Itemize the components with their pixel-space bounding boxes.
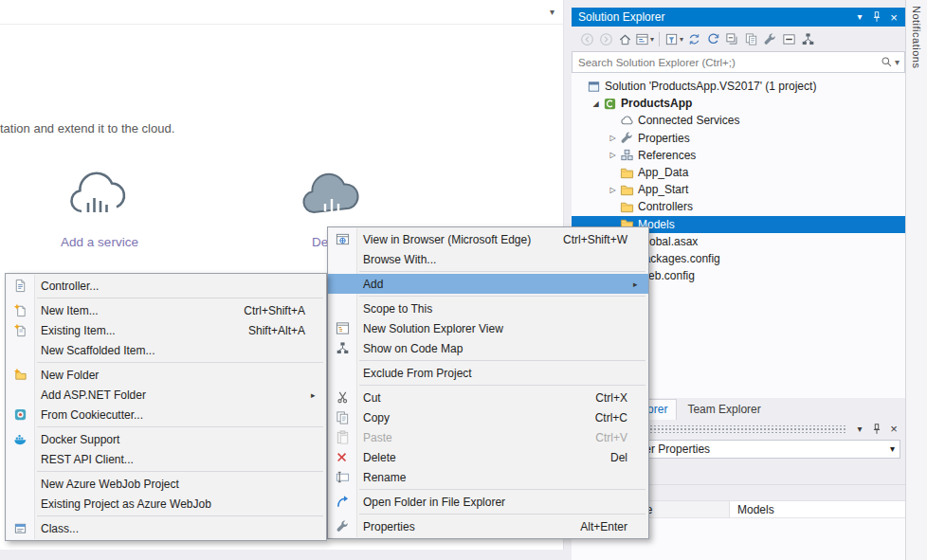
toolbar-sync[interactable]: ▾ (684, 29, 703, 48)
solution-explorer-titlebar: Solution Explorer ▾× (572, 8, 905, 27)
notifications-strip[interactable]: Notifications (905, 0, 927, 560)
menu-item-show-on-code-map[interactable]: Show on Code Map ▸ (328, 338, 648, 358)
props-caption-button-pin[interactable] (868, 422, 885, 437)
submenu-item-class[interactable]: Class... ▸ (6, 518, 326, 538)
submenu-item-controller[interactable]: Controller... ▸ (6, 276, 326, 296)
delete-icon (336, 451, 349, 464)
tree-item-references[interactable]: ▷ References (572, 147, 905, 164)
menu-separator (359, 489, 645, 490)
submenu-item-from-cookiecutter[interactable]: From Cookiecutter... ▸ (6, 405, 326, 425)
cloud-service-icon (33, 171, 166, 224)
combo-dropdown-icon[interactable]: ▾ (890, 444, 895, 454)
folder-icon (619, 165, 634, 180)
submenu-item-new-item[interactable]: New Item... Ctrl+Shift+A ▸ (6, 300, 326, 320)
props-caption-button-close[interactable]: × (885, 422, 902, 437)
rename-icon (336, 470, 350, 484)
pin-icon (870, 423, 883, 436)
references-icon (619, 148, 634, 163)
wrench-icon (619, 131, 634, 146)
folder-icon (619, 199, 634, 214)
toolbar-nav-forward[interactable]: ▾ (596, 29, 615, 48)
se-caption-button-close[interactable]: × (885, 9, 902, 25)
toolbar-collapse-all[interactable]: ▾ (722, 29, 741, 48)
menu-item-paste[interactable]: Paste Ctrl+V ▸ (328, 427, 648, 447)
document-toolbar: ▾ (0, 0, 564, 25)
notifications-label[interactable]: Notifications (911, 6, 922, 560)
submenu-item-new-scaffolded-item[interactable]: New Scaffolded Item... ▸ (6, 340, 326, 360)
add-service-action[interactable]: Add a service (33, 171, 166, 249)
project-icon (602, 96, 617, 111)
menu-item-cut[interactable]: Cut Ctrl+X ▸ (328, 388, 648, 407)
search-dropdown-icon[interactable]: ▾ (895, 58, 900, 67)
menu-separator (37, 362, 323, 363)
toolbar-filter[interactable]: ▾ (663, 29, 684, 48)
search-icon[interactable] (881, 56, 893, 68)
wrench-icon (336, 519, 350, 533)
submenu-item-existing-item[interactable]: Existing Item... Shift+Alt+A ▸ (6, 320, 326, 340)
menu-item-properties[interactable]: Properties Alt+Enter ▸ (328, 516, 648, 536)
menu-item-view-in-browser-microsoft-edge[interactable]: View in Browser (Microsoft Edge) Ctrl+Sh… (328, 229, 648, 249)
toolbar-show-all-files[interactable]: ▾ (741, 29, 760, 48)
chevron-down-icon: ▾ (857, 425, 862, 434)
add-service-label[interactable]: Add a service (33, 235, 166, 249)
new-folder-icon (13, 368, 27, 382)
collapsed-arrow-icon[interactable]: ▷ (607, 186, 619, 194)
pin-icon (870, 10, 883, 24)
toolbar-home[interactable]: ▾ (615, 29, 634, 48)
docker-icon (13, 432, 27, 446)
menu-item-exclude-from-project[interactable]: Exclude From Project ▸ (328, 363, 648, 383)
collapsed-arrow-icon[interactable]: ▷ (607, 151, 619, 159)
chevron-down-icon: ▾ (857, 12, 862, 22)
tree-item-productsapp[interactable]: ◢ ProductsApp (572, 95, 905, 112)
se-caption-button-chevron-down[interactable]: ▾ (851, 9, 868, 25)
solution-icon (586, 79, 601, 94)
toolbar-code-map[interactable]: ▾ (798, 29, 817, 48)
menu-item-scope-to-this[interactable]: Scope to This ▸ (328, 298, 648, 318)
show-all-files-icon (744, 32, 758, 46)
tab-team-explorer[interactable]: Team Explorer (679, 400, 769, 420)
menu-item-open-folder-in-file-explorer[interactable]: Open Folder in File Explorer ▸ (328, 492, 648, 512)
toolbar-switch-views[interactable]: ▾ (634, 29, 655, 48)
close-icon: × (890, 11, 898, 24)
tree-item-app-data[interactable]: App_Data (572, 164, 905, 181)
submenu-arrow-icon: ▸ (311, 390, 326, 400)
tree-item-properties[interactable]: ▷ Properties (572, 130, 905, 147)
vs-window: { "colors": {"accent": "#007acc", "selec… (0, 0, 927, 560)
menu-separator (37, 471, 323, 472)
toolbar-preview[interactable]: ▾ (779, 29, 798, 48)
menu-separator (359, 385, 645, 386)
search-input[interactable] (573, 57, 881, 68)
submenu-item-docker-support[interactable]: Docker Support ▸ (6, 429, 326, 449)
add-submenu: Controller... ▸ New Item... Ctrl+Shift+A… (5, 273, 327, 541)
collapsed-arrow-icon[interactable]: ▷ (607, 134, 619, 142)
tree-item-solution-productsapp-vs2017-1-project[interactable]: Solution 'ProductsApp.VS2017' (1 project… (572, 78, 905, 95)
menu-item-add[interactable]: Add ▸ (328, 274, 648, 294)
submenu-item-existing-project-as-azure-webjob[interactable]: Existing Project as Azure WebJob ▸ (6, 494, 326, 514)
menu-item-browse-with[interactable]: Browse With... ▸ (328, 249, 648, 269)
menu-separator (37, 298, 323, 298)
submenu-item-add-asp-net-folder[interactable]: Add ASP.NET Folder ▸ (6, 385, 326, 405)
toolbar-nav-back[interactable]: ▾ (577, 29, 596, 48)
tree-item-controllers[interactable]: Controllers (572, 198, 905, 215)
solution-explorer-title: Solution Explorer (578, 10, 851, 24)
submenu-item-new-folder[interactable]: New Folder ▸ (6, 365, 326, 385)
document-well-dropdown-icon[interactable]: ▾ (550, 8, 554, 17)
solution-explorer-toolbar: ▾▾▾▾▾▾▾▾▾▾▾▾ (572, 27, 905, 51)
toolbar-wrench[interactable]: ▾ (760, 29, 779, 48)
context-menu: View in Browser (Microsoft Edge) Ctrl+Sh… (327, 226, 649, 539)
menu-separator (359, 514, 645, 515)
submenu-item-new-azure-webjob-project[interactable]: New Azure WebJob Project ▸ (6, 474, 326, 494)
tree-item-connected-services[interactable]: Connected Services (572, 112, 905, 129)
expanded-arrow-icon[interactable]: ◢ (590, 99, 602, 108)
menu-separator (359, 360, 645, 361)
toolbar-refresh[interactable]: ▾ (703, 29, 722, 48)
se-caption-button-pin[interactable] (868, 9, 885, 25)
menu-item-new-solution-explorer-view[interactable]: New Solution Explorer View ▸ (328, 318, 648, 338)
toolbar-separator (659, 32, 660, 46)
menu-item-rename[interactable]: Rename ▸ (328, 467, 648, 487)
props-caption-button-chevron-down[interactable]: ▾ (851, 422, 868, 437)
submenu-item-rest-api-client[interactable]: REST API Client... ▸ (6, 449, 326, 469)
tree-item-app-start[interactable]: ▷ App_Start (572, 181, 905, 198)
menu-item-copy[interactable]: Copy Ctrl+C ▸ (328, 407, 648, 427)
menu-item-delete[interactable]: Delete Del ▸ (328, 447, 648, 467)
